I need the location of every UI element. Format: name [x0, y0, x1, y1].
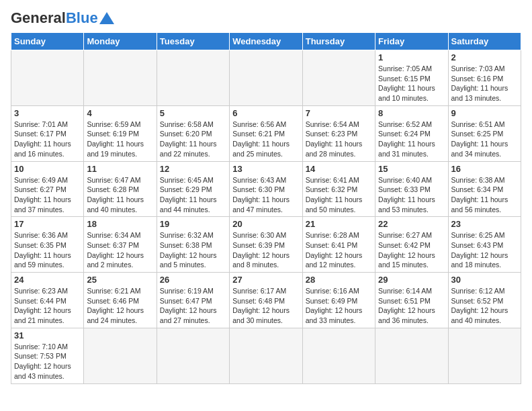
day-number: 11	[87, 164, 153, 174]
calendar-cell: 23Sunrise: 6:25 AM Sunset: 6:43 PM Dayli…	[448, 217, 521, 273]
weekday-header-tuesday: Tuesday	[157, 33, 229, 50]
day-info: Sunrise: 6:30 AM Sunset: 6:39 PM Dayligh…	[232, 230, 299, 270]
day-info: Sunrise: 6:28 AM Sunset: 6:41 PM Dayligh…	[306, 230, 372, 270]
day-info: Sunrise: 6:27 AM Sunset: 6:42 PM Dayligh…	[378, 230, 445, 270]
day-number: 18	[87, 219, 153, 229]
calendar-cell: 30Sunrise: 6:12 AM Sunset: 6:52 PM Dayli…	[448, 273, 521, 328]
day-info: Sunrise: 6:43 AM Sunset: 6:30 PM Dayligh…	[232, 175, 299, 215]
calendar: SundayMondayTuesdayWednesdayThursdayFrid…	[11, 32, 521, 384]
calendar-cell: 4Sunrise: 6:59 AM Sunset: 6:19 PM Daylig…	[84, 105, 157, 161]
logo-blue-text: Blue	[66, 11, 98, 26]
day-info: Sunrise: 6:17 AM Sunset: 6:48 PM Dayligh…	[232, 286, 299, 326]
weekday-header-row: SundayMondayTuesdayWednesdayThursdayFrid…	[11, 33, 521, 50]
day-info: Sunrise: 6:12 AM Sunset: 6:52 PM Dayligh…	[451, 286, 518, 326]
day-number: 1	[378, 52, 445, 62]
day-info: Sunrise: 6:51 AM Sunset: 6:25 PM Dayligh…	[451, 120, 518, 159]
day-number: 13	[232, 164, 299, 174]
day-info: Sunrise: 6:36 AM Sunset: 6:35 PM Dayligh…	[14, 230, 81, 270]
calendar-cell: 19Sunrise: 6:32 AM Sunset: 6:38 PM Dayli…	[157, 217, 229, 273]
calendar-cell: 28Sunrise: 6:16 AM Sunset: 6:49 PM Dayli…	[302, 273, 375, 328]
day-info: Sunrise: 6:25 AM Sunset: 6:43 PM Dayligh…	[451, 230, 518, 270]
day-info: Sunrise: 6:40 AM Sunset: 6:33 PM Dayligh…	[378, 175, 445, 215]
calendar-cell	[448, 328, 521, 383]
calendar-cell: 20Sunrise: 6:30 AM Sunset: 6:39 PM Dayli…	[230, 217, 302, 273]
day-info: Sunrise: 6:59 AM Sunset: 6:19 PM Dayligh…	[87, 120, 153, 159]
calendar-cell: 16Sunrise: 6:38 AM Sunset: 6:34 PM Dayli…	[448, 161, 521, 217]
calendar-cell: 17Sunrise: 6:36 AM Sunset: 6:35 PM Dayli…	[11, 217, 84, 273]
calendar-cell: 12Sunrise: 6:45 AM Sunset: 6:29 PM Dayli…	[157, 161, 229, 217]
day-number: 25	[87, 275, 153, 285]
day-number: 15	[378, 164, 445, 174]
day-number: 31	[14, 330, 81, 340]
day-number: 21	[306, 219, 372, 229]
calendar-cell	[375, 328, 448, 383]
day-info: Sunrise: 6:38 AM Sunset: 6:34 PM Dayligh…	[451, 175, 518, 215]
weekday-header-wednesday: Wednesday	[230, 33, 302, 50]
calendar-cell: 3Sunrise: 7:01 AM Sunset: 6:17 PM Daylig…	[11, 105, 84, 161]
day-number: 17	[14, 219, 81, 229]
day-number: 2	[451, 52, 518, 62]
calendar-cell: 2Sunrise: 7:03 AM Sunset: 6:16 PM Daylig…	[448, 50, 521, 106]
day-number: 24	[14, 275, 81, 285]
day-info: Sunrise: 6:21 AM Sunset: 6:46 PM Dayligh…	[87, 286, 153, 326]
calendar-cell: 26Sunrise: 6:19 AM Sunset: 6:47 PM Dayli…	[157, 273, 229, 328]
day-number: 14	[306, 164, 372, 174]
calendar-cell: 29Sunrise: 6:14 AM Sunset: 6:51 PM Dayli…	[375, 273, 448, 328]
svg-marker-0	[99, 12, 114, 24]
header: General Blue	[11, 11, 521, 26]
weekday-header-friday: Friday	[375, 33, 448, 50]
week-row-5: 31Sunrise: 7:10 AM Sunset: 7:53 PM Dayli…	[11, 328, 521, 383]
day-number: 6	[232, 108, 299, 118]
day-info: Sunrise: 6:32 AM Sunset: 6:38 PM Dayligh…	[160, 230, 226, 270]
day-info: Sunrise: 7:03 AM Sunset: 6:16 PM Dayligh…	[451, 64, 518, 103]
day-number: 23	[451, 219, 518, 229]
day-number: 27	[232, 275, 299, 285]
calendar-cell: 1Sunrise: 7:05 AM Sunset: 6:15 PM Daylig…	[375, 50, 448, 106]
day-number: 19	[160, 219, 226, 229]
weekday-header-saturday: Saturday	[448, 33, 521, 50]
day-info: Sunrise: 6:58 AM Sunset: 6:20 PM Dayligh…	[160, 120, 226, 159]
weekday-header-sunday: Sunday	[11, 33, 84, 50]
week-row-1: 3Sunrise: 7:01 AM Sunset: 6:17 PM Daylig…	[11, 105, 521, 161]
calendar-cell	[302, 328, 375, 383]
day-info: Sunrise: 7:05 AM Sunset: 6:15 PM Dayligh…	[378, 64, 445, 103]
day-number: 7	[306, 108, 372, 118]
calendar-cell	[157, 50, 229, 106]
calendar-cell: 21Sunrise: 6:28 AM Sunset: 6:41 PM Dayli…	[302, 217, 375, 273]
calendar-cell: 22Sunrise: 6:27 AM Sunset: 6:42 PM Dayli…	[375, 217, 448, 273]
day-number: 20	[232, 219, 299, 229]
day-number: 9	[451, 108, 518, 118]
calendar-cell	[84, 50, 157, 106]
calendar-cell	[11, 50, 84, 106]
day-info: Sunrise: 6:54 AM Sunset: 6:23 PM Dayligh…	[306, 120, 372, 159]
logo-icon	[99, 11, 114, 26]
calendar-cell: 13Sunrise: 6:43 AM Sunset: 6:30 PM Dayli…	[230, 161, 302, 217]
day-info: Sunrise: 6:41 AM Sunset: 6:32 PM Dayligh…	[306, 175, 372, 215]
day-info: Sunrise: 6:14 AM Sunset: 6:51 PM Dayligh…	[378, 286, 445, 326]
day-info: Sunrise: 6:56 AM Sunset: 6:21 PM Dayligh…	[232, 120, 299, 159]
calendar-cell	[230, 50, 302, 106]
calendar-cell: 6Sunrise: 6:56 AM Sunset: 6:21 PM Daylig…	[230, 105, 302, 161]
calendar-cell: 18Sunrise: 6:34 AM Sunset: 6:37 PM Dayli…	[84, 217, 157, 273]
day-number: 4	[87, 108, 153, 118]
day-number: 26	[160, 275, 226, 285]
calendar-cell	[230, 328, 302, 383]
day-number: 8	[378, 108, 445, 118]
day-info: Sunrise: 7:01 AM Sunset: 6:17 PM Dayligh…	[14, 120, 81, 159]
day-info: Sunrise: 6:23 AM Sunset: 6:44 PM Dayligh…	[14, 286, 81, 326]
day-number: 30	[451, 275, 518, 285]
day-number: 16	[451, 164, 518, 174]
calendar-cell: 10Sunrise: 6:49 AM Sunset: 6:27 PM Dayli…	[11, 161, 84, 217]
week-row-2: 10Sunrise: 6:49 AM Sunset: 6:27 PM Dayli…	[11, 161, 521, 217]
day-info: Sunrise: 7:10 AM Sunset: 7:53 PM Dayligh…	[14, 342, 81, 381]
day-number: 28	[306, 275, 372, 285]
calendar-cell: 5Sunrise: 6:58 AM Sunset: 6:20 PM Daylig…	[157, 105, 229, 161]
calendar-cell: 14Sunrise: 6:41 AM Sunset: 6:32 PM Dayli…	[302, 161, 375, 217]
calendar-cell: 11Sunrise: 6:47 AM Sunset: 6:28 PM Dayli…	[84, 161, 157, 217]
calendar-cell: 8Sunrise: 6:52 AM Sunset: 6:24 PM Daylig…	[375, 105, 448, 161]
day-number: 10	[14, 164, 81, 174]
day-info: Sunrise: 6:45 AM Sunset: 6:29 PM Dayligh…	[160, 175, 226, 215]
week-row-4: 24Sunrise: 6:23 AM Sunset: 6:44 PM Dayli…	[11, 273, 521, 328]
day-number: 5	[160, 108, 226, 118]
day-info: Sunrise: 6:49 AM Sunset: 6:27 PM Dayligh…	[14, 175, 81, 215]
